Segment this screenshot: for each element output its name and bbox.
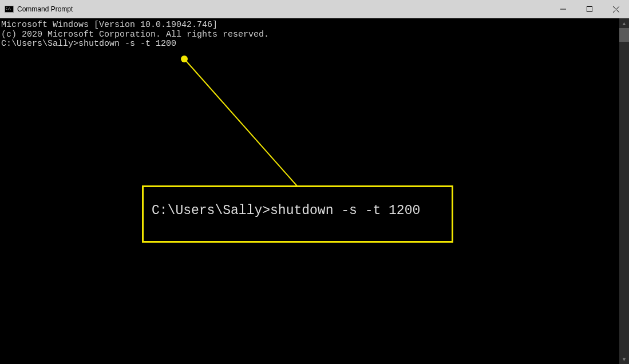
- scroll-down-arrow-icon[interactable]: ▼: [619, 354, 629, 364]
- title-left: C:\ Command Prompt: [5, 5, 73, 14]
- close-button[interactable]: [603, 0, 629, 18]
- command-prompt-window: C:\ Command Prompt Microsoft Windows [Ve…: [0, 0, 629, 364]
- terminal-prompt-line: C:\Users\Sally>shutdown -s -t 1200: [1, 39, 628, 49]
- vertical-scrollbar[interactable]: ▲ ▼: [619, 18, 629, 364]
- terminal-line-copyright: (c) 2020 Microsoft Corporation. All righ…: [1, 30, 628, 40]
- window-controls: [550, 0, 629, 18]
- window-title: Command Prompt: [17, 5, 73, 13]
- callout-dot-icon: [181, 56, 188, 62]
- cmd-icon: C:\: [5, 5, 14, 14]
- scroll-up-arrow-icon[interactable]: ▲: [619, 18, 629, 28]
- callout-box: C:\Users\Sally>shutdown -s -t 1200: [142, 185, 453, 243]
- scroll-thumb[interactable]: [619, 28, 629, 42]
- svg-rect-3: [587, 7, 592, 12]
- maximize-button[interactable]: [576, 0, 603, 18]
- callout-text: C:\Users\Sally>shutdown -s -t 1200: [152, 203, 420, 218]
- titlebar[interactable]: C:\ Command Prompt: [0, 0, 629, 18]
- svg-text:C:\: C:\: [6, 7, 11, 10]
- minimize-button[interactable]: [550, 0, 576, 18]
- terminal-line-version: Microsoft Windows [Version 10.0.19042.74…: [1, 21, 628, 30]
